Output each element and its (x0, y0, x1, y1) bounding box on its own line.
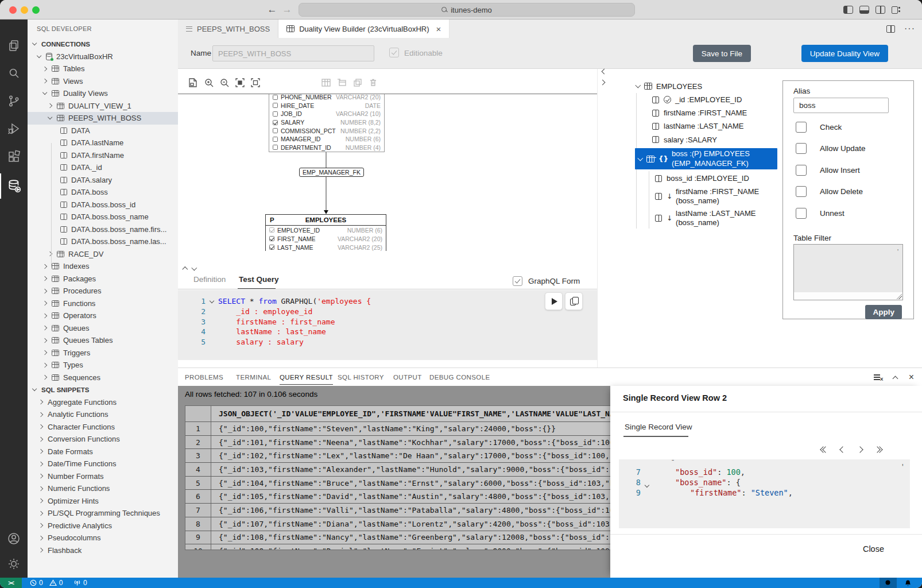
editionable-checkbox[interactable] (389, 48, 399, 57)
tab-sql-history[interactable]: SQL HISTORY (338, 368, 384, 386)
toggle-panel-icon[interactable] (859, 6, 869, 14)
column-row[interactable]: SALARYNUMBER (8,2) (269, 118, 384, 127)
mapping-field-boss-lastname[interactable]: ↓ lastName :LAST_NAME(boss_name) (655, 208, 756, 229)
employees-source-table[interactable]: PHONE_NUMBERVARCHAR2 (20) HIRE_DATEDATE … (269, 94, 385, 152)
collapse-left-icon[interactable] (599, 67, 607, 75)
sidebar-item-connection[interactable]: 23cVirtualBoxHR (28, 51, 178, 63)
allow-update-checkbox-row[interactable]: Allow Update (796, 143, 866, 154)
collapse-right-icon[interactable] (599, 78, 607, 86)
remote-indicator[interactable]: >< (0, 578, 22, 588)
snippet-date-formats[interactable]: Date Formats (28, 446, 178, 458)
snippet-number-formats[interactable]: Number Formats (28, 470, 178, 483)
zoom-out-icon[interactable] (219, 77, 230, 88)
sidebar-item-data-salary[interactable]: DATA.salary (28, 174, 178, 187)
snippet-flashback[interactable]: Flashback (28, 544, 178, 557)
next-record-icon[interactable] (858, 444, 862, 454)
table-row[interactable]: 6{"_id":105,"firstName":"David","lastNam… (185, 490, 610, 504)
tab-test-query[interactable]: Test Query (239, 275, 279, 284)
tab-problems[interactable]: PROBLEMS (185, 368, 223, 386)
mapping-root-employees[interactable]: EMPLOYEES (634, 80, 702, 92)
sidebar-item-functions[interactable]: Functions (28, 297, 178, 310)
copy-query-button[interactable] (565, 292, 583, 310)
table-row[interactable]: 1{"_id":100,"firstName":"Steven","lastNa… (185, 422, 610, 436)
checkbox-icon[interactable] (796, 186, 807, 197)
sidebar-item-data-id[interactable]: DATA._id (28, 161, 178, 174)
employees-target-table[interactable]: PEMPLOYEES EMPLOYEE_IDNUMBER (6) FIRST_N… (265, 214, 386, 251)
sidebar-item-data-boss-name-last[interactable]: DATA.boss.boss_name.las... (28, 235, 178, 248)
settings-gear-icon[interactable] (0, 551, 28, 577)
snippet-predictive-analytics[interactable]: Predictive Analytics (28, 520, 178, 532)
export-image-icon[interactable] (187, 77, 199, 88)
checkbox-icon[interactable] (273, 95, 278, 100)
save-to-file-button[interactable]: Save to File (693, 45, 751, 62)
close-tab-icon[interactable]: × (436, 25, 441, 33)
last-record-icon[interactable] (875, 444, 882, 454)
checkbox-icon[interactable] (796, 143, 807, 154)
zoom-window-button[interactable] (32, 6, 40, 14)
errors-warnings-status[interactable]: 0 0 (30, 578, 63, 588)
mapping-field-id[interactable]: _id :EMPLOYEE_ID (652, 93, 742, 106)
sidebar-item-data-boss-name-first[interactable]: DATA.boss.boss_name.firs... (28, 223, 178, 236)
table-row[interactable]: 3{"_id":102,"firstName":"Lex","lastName"… (185, 449, 610, 463)
sidebar-item-data-lastname[interactable]: DATA.lastName (28, 137, 178, 149)
name-input[interactable]: PEEPS_WITH_BOSS (212, 45, 374, 61)
first-record-icon[interactable] (821, 444, 828, 454)
unnest-checkbox-row[interactable]: Unnest (796, 208, 844, 219)
column-row[interactable]: PHONE_NUMBERVARCHAR2 (20) (269, 94, 384, 102)
fold-icon[interactable] (645, 479, 651, 485)
connections-section-header[interactable]: CONNECTIONS (28, 38, 178, 51)
customize-layout-icon[interactable] (892, 6, 901, 14)
checkbox-icon[interactable] (796, 165, 807, 176)
table-filter-textarea[interactable]: ' (793, 244, 903, 300)
column-row[interactable]: HIRE_DATEDATE (269, 102, 384, 110)
tab-definition[interactable]: Definition (193, 275, 226, 284)
check-checkbox-row[interactable]: Check (796, 122, 842, 133)
back-icon[interactable]: ← (265, 3, 279, 17)
sidebar-item-sequences[interactable]: Sequences (28, 372, 178, 384)
accounts-icon[interactable] (0, 526, 28, 551)
update-duality-view-button[interactable]: Update Duality View (801, 45, 888, 62)
alias-input[interactable]: boss (793, 98, 889, 113)
split-editor-icon[interactable] (886, 25, 895, 33)
resize-handle[interactable] (897, 294, 902, 299)
clear-output-icon[interactable] (874, 374, 882, 381)
tab-output[interactable]: OUTPUT (393, 368, 422, 386)
sidebar-item-indexes[interactable]: Indexes (28, 260, 178, 273)
snippet-character-functions[interactable]: Character Functions (28, 421, 178, 434)
column-row[interactable]: EMPLOYEE_IDNUMBER (6) (266, 226, 386, 234)
zoom-status-icon[interactable] (880, 578, 897, 588)
close-dialog-button[interactable]: Close (863, 544, 884, 554)
table-row[interactable]: 10{"_id":109,"firstName":"Daniel","lastN… (185, 544, 610, 550)
more-actions-icon[interactable]: ··· (904, 26, 915, 32)
snippet-aggregate-functions[interactable]: Aggregate Functions (28, 396, 178, 409)
explorer-icon[interactable] (0, 33, 28, 59)
mapping-field-salary[interactable]: salary :SALARY (652, 133, 717, 146)
sidebar-item-data-boss-id[interactable]: DATA.boss.boss_id (28, 199, 178, 211)
column-row[interactable]: MANAGER_IDNUMBER (6) (269, 135, 384, 144)
checkbox-icon[interactable] (273, 128, 278, 133)
snippet-datetime-functions[interactable]: Date/Time Functions (28, 458, 178, 470)
table-row[interactable]: 8{"_id":107,"firstName":"Diana","lastNam… (185, 517, 610, 531)
checkbox-checked-icon[interactable] (269, 245, 274, 250)
zoom-to-selection-icon[interactable] (234, 77, 246, 88)
sidebar-item-peeps-with-boss[interactable]: PEEPS_WITH_BOSS (28, 112, 178, 125)
checkbox-icon[interactable] (273, 145, 278, 150)
column-row[interactable]: JOB_IDVARCHAR2 (10) (269, 110, 384, 118)
table-header[interactable]: PEMPLOYEES (266, 215, 386, 226)
checkbox-checked-icon[interactable] (269, 236, 274, 241)
toggle-left-sidebar-icon[interactable] (843, 6, 853, 14)
fit-to-window-icon[interactable] (250, 77, 261, 88)
sql-snippets-section-header[interactable]: SQL SNIPPETS (28, 384, 178, 396)
table-row[interactable]: 7{"_id":106,"firstName":"Valli","lastNam… (185, 504, 610, 517)
mapping-node-boss[interactable]: {} boss :(P) EMPLOYEES(EMP_MANAGER_FK) (635, 148, 777, 169)
sidebar-item-operators[interactable]: Operators (28, 310, 178, 322)
sidebar-item-triggers[interactable]: Triggers (28, 347, 178, 359)
tab-debug-console[interactable]: DEBUG CONSOLE (429, 368, 490, 386)
snippet-pseudocolumns[interactable]: Pseudocolumns (28, 532, 178, 544)
record-json-viewer[interactable]: - ' 7"boss_id": 100, 8"boss_name": { 9"f… (619, 459, 910, 528)
mapping-field-boss-firstname[interactable]: ↓ firstName :FIRST_NAME(boss_name) (655, 186, 759, 207)
notifications-bell-icon[interactable] (899, 578, 916, 588)
tab-query-result[interactable]: QUERY RESULT (280, 368, 333, 386)
snippet-plsql-techniques[interactable]: PL/SQL Programming Techniques (28, 507, 178, 520)
sidebar-item-tables[interactable]: Tables (28, 63, 178, 75)
